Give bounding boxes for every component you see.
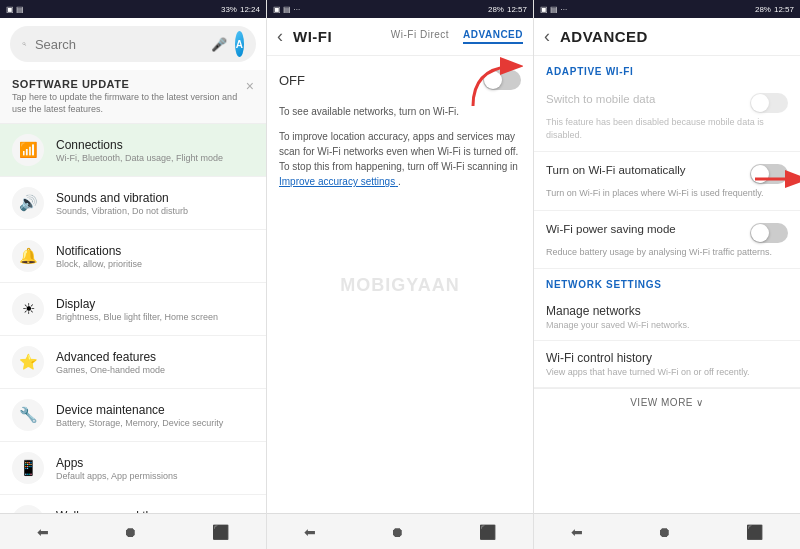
power-saving-desc: Reduce battery usage by analysing Wi-Fi … — [546, 246, 788, 259]
sounds-title: Sounds and vibration — [56, 191, 188, 205]
power-saving-knob — [751, 224, 769, 242]
wifi-header: ‹ WI-FI Wi-Fi Direct ADVANCED — [267, 18, 533, 56]
wallpapers-icon: 🖼 — [12, 505, 44, 513]
notifications-icon: 🔔 — [12, 240, 44, 272]
wifi-content: OFF To see available networks, turn on W… — [267, 56, 533, 513]
status-right-3: 28% 12:57 — [755, 5, 794, 14]
status-bar-1: ▣ ▤ 33% 12:24 — [0, 0, 266, 18]
manage-networks-title: Manage networks — [546, 304, 788, 318]
apps-text: Apps Default apps, App permissions — [56, 456, 178, 481]
nav-back-2[interactable]: ⬅ — [304, 524, 316, 540]
bottom-nav-3: ⬅ ⏺ ⬛ — [534, 513, 800, 549]
nav-recent-1[interactable]: ⬛ — [212, 524, 229, 540]
settings-item-notifications[interactable]: 🔔 Notifications Block, allow, prioritise — [0, 230, 266, 283]
adv-item-power-saving: Wi-Fi power saving mode Reduce battery u… — [534, 211, 800, 270]
nav-home-1[interactable]: ⏺ — [123, 524, 137, 540]
settings-item-apps[interactable]: 📱 Apps Default apps, App permissions — [0, 442, 266, 495]
time-3: 12:57 — [774, 5, 794, 14]
power-saving-toggle[interactable] — [750, 223, 788, 243]
settings-item-display[interactable]: ☀ Display Brightness, Blue light filter,… — [0, 283, 266, 336]
advanced-content: ADAPTIVE WI-FI Switch to mobile data Thi… — [534, 56, 800, 513]
status-left-2: ▣ ▤ ··· — [273, 5, 300, 14]
status-right-2: 28% 12:57 — [488, 5, 527, 14]
time-2: 12:57 — [507, 5, 527, 14]
notifications-text: Notifications Block, allow, prioritise — [56, 244, 142, 269]
settings-item-connections[interactable]: 📶 Connections Wi-Fi, Bluetooth, Data usa… — [0, 124, 266, 177]
adv-item-wifi-auto: Turn on Wi-Fi automatically Turn on Wi-F… — [534, 152, 800, 211]
nav-back-3[interactable]: ⬅ — [571, 524, 583, 540]
adaptive-wifi-label: ADAPTIVE WI-FI — [534, 56, 800, 81]
apps-title: Apps — [56, 456, 178, 470]
mobile-data-desc: This feature has been disabled because m… — [546, 116, 788, 141]
nav-recent-3[interactable]: ⬛ — [746, 524, 763, 540]
nav-recent-2[interactable]: ⬛ — [479, 524, 496, 540]
red-arrow-advanced-svg — [463, 56, 523, 111]
adv-item-mobile-data: Switch to mobile data This feature has b… — [534, 81, 800, 152]
mobile-data-toggle[interactable] — [750, 93, 788, 113]
wifi-auto-title: Turn on Wi-Fi automatically — [546, 162, 742, 178]
wifi-off-label: OFF — [279, 73, 305, 88]
back-button-wifi[interactable]: ‹ — [277, 26, 283, 47]
nav-back-1[interactable]: ⬅ — [37, 524, 49, 540]
update-banner[interactable]: SOFTWARE UPDATE Tap here to update the f… — [0, 70, 266, 124]
battery-2: 28% — [488, 5, 504, 14]
connections-icon: 📶 — [12, 134, 44, 166]
mobile-data-title: Switch to mobile data — [546, 91, 742, 107]
status-right-icons: 33% 12:24 — [221, 5, 260, 14]
advanced-features-icon: ⭐ — [12, 346, 44, 378]
wifi-title: WI-FI — [293, 28, 332, 45]
net-item-wifi-history[interactable]: Wi-Fi control history View apps that hav… — [534, 341, 800, 388]
apps-icon: 📱 — [12, 452, 44, 484]
time-1: 12:24 — [240, 5, 260, 14]
mobile-data-knob — [751, 94, 769, 112]
net-item-manage-networks[interactable]: Manage networks Manage your saved Wi-Fi … — [534, 294, 800, 341]
connections-text: Connections Wi-Fi, Bluetooth, Data usage… — [56, 138, 223, 163]
adv-item-wifi-auto-row: Turn on Wi-Fi automatically — [546, 162, 788, 184]
apps-subtitle: Default apps, App permissions — [56, 471, 178, 481]
watermark: MOBIGYAAN — [340, 274, 459, 295]
nav-home-3[interactable]: ⏺ — [657, 524, 671, 540]
device-maintenance-subtitle: Battery, Storage, Memory, Device securit… — [56, 418, 223, 428]
notif-icons: ▣ ▤ — [6, 5, 24, 14]
settings-item-device-maintenance[interactable]: 🔧 Device maintenance Battery, Storage, M… — [0, 389, 266, 442]
improve-accuracy-link[interactable]: Improve accuracy settings — [279, 176, 398, 187]
advanced-header: ‹ ADVANCED — [534, 18, 800, 56]
tab-wifi-direct[interactable]: Wi-Fi Direct — [391, 29, 449, 44]
close-button[interactable]: × — [246, 78, 254, 94]
battery-1: 33% — [221, 5, 237, 14]
settings-item-sounds[interactable]: 🔊 Sounds and vibration Sounds, Vibration… — [0, 177, 266, 230]
nav-home-2[interactable]: ⏺ — [390, 524, 404, 540]
mic-icon: 🎤 — [211, 37, 227, 52]
back-button-advanced[interactable]: ‹ — [544, 26, 550, 47]
update-desc: Tap here to update the firmware to the l… — [12, 92, 242, 115]
connections-subtitle: Wi-Fi, Bluetooth, Data usage, Flight mod… — [56, 153, 223, 163]
notifications-subtitle: Block, allow, prioritise — [56, 259, 142, 269]
connections-title: Connections — [56, 138, 223, 152]
red-arrow-toggle-svg — [755, 164, 800, 194]
wifi-history-title: Wi-Fi control history — [546, 351, 788, 365]
bottom-nav-2: ⬅ ⏺ ⬛ — [267, 513, 533, 549]
adv-item-power-saving-row: Wi-Fi power saving mode — [546, 221, 788, 243]
settings-item-advanced-features[interactable]: ⭐ Advanced features Games, One-handed mo… — [0, 336, 266, 389]
battery-3: 28% — [755, 5, 771, 14]
sounds-icon: 🔊 — [12, 187, 44, 219]
wifi-panel: ▣ ▤ ··· 28% 12:57 ‹ WI-FI Wi-Fi Direct A… — [267, 0, 534, 549]
display-title: Display — [56, 297, 218, 311]
tab-advanced[interactable]: ADVANCED — [463, 29, 523, 44]
search-input[interactable] — [35, 37, 203, 52]
status-bar-2: ▣ ▤ ··· 28% 12:57 — [267, 0, 533, 18]
settings-item-wallpapers[interactable]: 🖼 Wallpapers and themes Wallpapers, Them… — [0, 495, 266, 513]
advanced-features-text: Advanced features Games, One-handed mode — [56, 350, 165, 375]
advanced-title: ADVANCED — [560, 28, 648, 45]
search-bar[interactable]: 🎤 A — [10, 26, 256, 62]
status-bar-3: ▣ ▤ ··· 28% 12:57 — [534, 0, 800, 18]
wifi-auto-desc: Turn on Wi-Fi in places where Wi-Fi is u… — [546, 187, 788, 200]
wifi-tabs: Wi-Fi Direct ADVANCED — [391, 29, 523, 44]
sounds-text: Sounds and vibration Sounds, Vibration, … — [56, 191, 188, 216]
avatar[interactable]: A — [235, 31, 244, 57]
advanced-features-title: Advanced features — [56, 350, 165, 364]
settings-panel: ▣ ▤ 33% 12:24 🎤 A SOFTWARE UPDATE Tap he… — [0, 0, 267, 549]
manage-networks-desc: Manage your saved Wi-Fi networks. — [546, 320, 788, 330]
status-left-icons: ▣ ▤ — [6, 5, 24, 14]
view-more-button[interactable]: VIEW MORE ∨ — [534, 388, 800, 416]
